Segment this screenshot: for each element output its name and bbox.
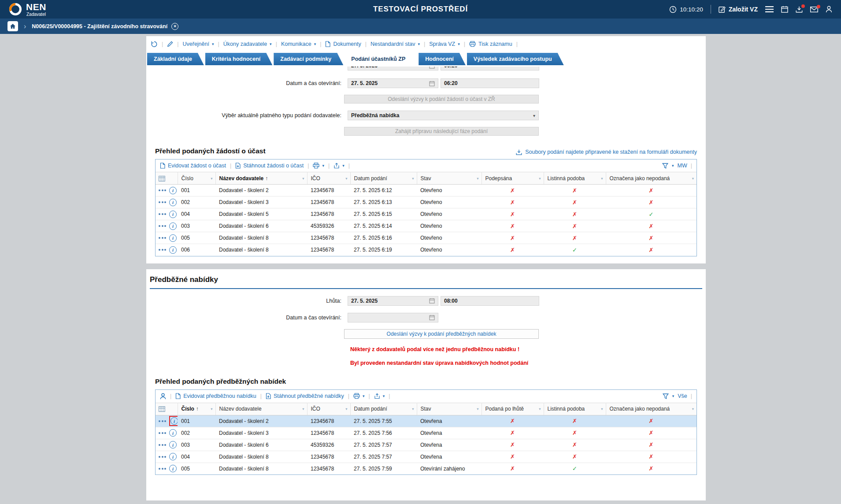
row-info-button[interactable]: i <box>169 441 177 448</box>
row-menu-button[interactable] <box>159 213 166 215</box>
row-menu-button[interactable] <box>159 201 166 203</box>
row-info-button[interactable]: i <box>169 465 177 472</box>
column-header[interactable]: Číslo▾ <box>178 172 215 185</box>
column-header[interactable]: Stav▾ <box>417 403 482 415</box>
messages-button[interactable] <box>810 7 818 12</box>
row-info-button[interactable]: i <box>169 222 177 230</box>
row-menu-button[interactable] <box>159 456 166 458</box>
column-filter-icon[interactable]: ▾ <box>412 176 414 181</box>
column-chooser[interactable] <box>156 172 178 185</box>
deadline-date-field[interactable]: 27. 5. 2025 <box>348 296 438 306</box>
download-offers-button[interactable]: Stáhnout předběžné nabídky <box>266 393 344 399</box>
table-row[interactable]: i005Dodavatel - školení 81234567827. 5. … <box>156 232 697 244</box>
row-menu-button[interactable] <box>159 249 166 251</box>
column-chooser[interactable] <box>156 403 178 415</box>
create-vz-button[interactable]: Založit VZ <box>719 6 758 13</box>
filter-button[interactable] <box>662 163 668 169</box>
opening-time-field[interactable]: 06:20 <box>441 78 539 88</box>
filter-button[interactable] <box>663 393 669 399</box>
send-offers-invite-button[interactable]: Odeslání výzvy k podání předběžných nabí… <box>344 329 539 339</box>
row-info-button[interactable]: i <box>169 199 177 206</box>
row-info-button[interactable]: i <box>169 211 177 218</box>
close-icon[interactable]: × <box>171 23 178 30</box>
row-info-button[interactable]: i <box>169 453 177 460</box>
row-menu-button[interactable] <box>159 237 166 239</box>
table-row[interactable]: i005Dodavatel - školení 81234567827. 5. … <box>156 463 697 474</box>
toolbar-item-1[interactable]: Úkony zadavatele▾ <box>223 41 272 47</box>
column-filter-icon[interactable]: ▾ <box>345 407 347 411</box>
view-dropdown-icon[interactable]: ▾ <box>672 164 674 168</box>
column-header[interactable]: Podepsána▾ <box>482 172 544 185</box>
breadcrumb-item[interactable]: N006/25/V00004995 - Zajištění závodního … <box>32 23 178 30</box>
row-info-button[interactable]: i <box>169 246 177 254</box>
column-header[interactable]: Datum podání▾ <box>350 172 417 185</box>
menu-button[interactable] <box>765 6 774 12</box>
opening-date-field[interactable] <box>348 313 438 322</box>
submission-files-link[interactable]: Soubory podání najdete připravené ke sta… <box>516 149 697 155</box>
submission-type-select[interactable]: Předběžná nabídka ▾ <box>348 111 539 120</box>
table-row[interactable]: i001Dodavatel - školení 21234567827. 5. … <box>156 415 697 427</box>
toolbar-item-2[interactable]: Komunikace▾ <box>281 41 316 47</box>
table-row[interactable]: i006Dodavatel - školení 81234567827. 5. … <box>156 244 697 256</box>
download-requests-button[interactable]: Stáhnout žádosti o účast <box>235 163 304 169</box>
view-selector[interactable]: MW <box>678 163 687 169</box>
column-filter-icon[interactable]: ▾ <box>345 176 347 181</box>
tab-3[interactable]: Podání účastníků ZP <box>345 53 417 65</box>
column-header[interactable]: Název dodavatele▾ <box>215 403 307 415</box>
column-filter-icon[interactable]: ▾ <box>211 176 212 181</box>
row-menu-button[interactable] <box>159 444 166 446</box>
column-filter-icon[interactable]: ▾ <box>477 407 478 411</box>
tab-2[interactable]: Zadávací podmínky <box>274 53 343 65</box>
column-header[interactable]: Název dodavatele↑▾ <box>215 172 307 185</box>
downloads-button[interactable] <box>796 6 803 13</box>
column-filter-icon[interactable]: ▾ <box>539 176 541 181</box>
edit-button[interactable] <box>167 41 173 47</box>
column-header[interactable]: Listinná podoba▾ <box>544 172 606 185</box>
tab-0[interactable]: Základní údaje <box>147 53 204 65</box>
column-header[interactable]: Datum podání▾ <box>350 403 417 415</box>
print-table-button[interactable]: ▾ <box>353 393 365 399</box>
tab-5[interactable]: Výsledek zadávacího postupu <box>467 53 564 65</box>
toolbar-item-3[interactable]: Dokumenty <box>325 41 361 47</box>
export-table-button[interactable]: ▾ <box>333 163 345 169</box>
toolbar-item-5[interactable]: Správa VZ▾ <box>429 41 460 47</box>
home-button[interactable] <box>7 21 18 31</box>
column-header[interactable]: Stav▾ <box>417 172 482 185</box>
column-header[interactable]: Listinná podoba▾ <box>544 403 606 415</box>
column-header[interactable]: IČO▾ <box>307 403 350 415</box>
column-header[interactable]: Označena jako nepodaná▾ <box>606 172 697 185</box>
contact-person-button[interactable] <box>160 393 166 400</box>
column-filter-icon[interactable]: ▾ <box>302 176 304 181</box>
column-header[interactable]: Číslo↑▾ <box>178 403 215 415</box>
row-menu-button[interactable] <box>159 189 166 191</box>
column-filter-icon[interactable]: ▾ <box>302 407 304 411</box>
row-info-button[interactable]: i <box>169 234 177 242</box>
tab-1[interactable]: Kritéria hodnocení <box>205 53 272 65</box>
cropped-date-field[interactable]: 27. 5. 2025 <box>348 67 438 70</box>
column-header[interactable]: Označena jako nepodaná▾ <box>606 403 697 415</box>
table-row[interactable]: i003Dodavatel - školení 64535932627. 5. … <box>156 220 697 232</box>
row-menu-button[interactable] <box>159 225 166 227</box>
toolbar-item-6[interactable]: Tisk záznamu <box>469 41 512 47</box>
row-menu-button[interactable] <box>159 468 166 470</box>
column-filter-icon[interactable]: ▾ <box>211 407 212 411</box>
table-row[interactable]: i002Dodavatel - školení 31234567827. 5. … <box>156 427 697 439</box>
history-button[interactable] <box>151 41 158 48</box>
row-menu-button[interactable] <box>159 432 166 434</box>
table-row[interactable]: i004Dodavatel - školení 81234567827. 5. … <box>156 451 697 463</box>
tab-4[interactable]: Hodnocení <box>419 53 466 65</box>
view-selector[interactable]: Vše <box>678 393 687 399</box>
table-row[interactable]: i001Dodavatel - školení 21234567827. 5. … <box>156 185 697 196</box>
row-menu-button[interactable] <box>159 420 166 422</box>
column-filter-icon[interactable]: ▾ <box>692 176 694 181</box>
cropped-time-field[interactable]: 06:20 <box>441 67 539 70</box>
nen-logo[interactable]: NEN Zadavatel <box>9 2 46 17</box>
record-offer-button[interactable]: Evidovat předběžnou nabídku <box>175 393 256 399</box>
column-filter-icon[interactable]: ▾ <box>539 407 541 411</box>
print-table-button[interactable]: ▾ <box>313 163 324 169</box>
column-header[interactable]: IČO▾ <box>307 172 350 185</box>
calendar-button[interactable] <box>781 6 788 13</box>
row-info-button[interactable]: i <box>170 417 178 425</box>
column-filter-icon[interactable]: ▾ <box>601 176 603 181</box>
view-dropdown-icon[interactable]: ▾ <box>672 394 674 398</box>
